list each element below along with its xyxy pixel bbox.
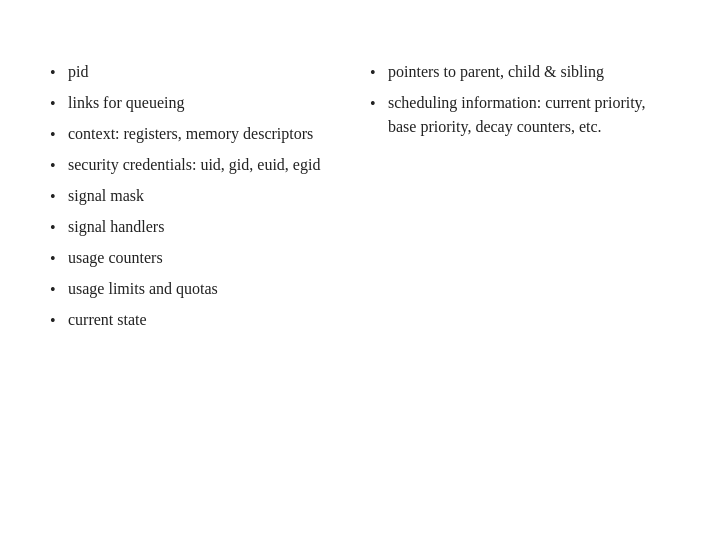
bullet-text: context: registers, memory descriptors <box>68 122 350 146</box>
bullet-dot: • <box>50 123 68 147</box>
bullet-text: usage counters <box>68 246 350 270</box>
left-bullet-item: •signal mask <box>50 184 350 209</box>
bullet-dot: • <box>50 278 68 302</box>
bullet-text: pointers to parent, child & sibling <box>388 60 670 84</box>
left-bullet-item: •pid <box>50 60 350 85</box>
bullet-text: signal handlers <box>68 215 350 239</box>
bullet-text: usage limits and quotas <box>68 277 350 301</box>
left-bullet-item: •signal handlers <box>50 215 350 240</box>
left-column: •pid•links for queueing•context: registe… <box>50 60 350 510</box>
left-bullet-item: •current state <box>50 308 350 333</box>
bullet-dot: • <box>370 61 388 85</box>
left-bullet-item: •usage counters <box>50 246 350 271</box>
bullet-text: links for queueing <box>68 91 350 115</box>
bullet-dot: • <box>50 185 68 209</box>
bullet-text: current state <box>68 308 350 332</box>
bullet-text: pid <box>68 60 350 84</box>
bullet-text: security credentials: uid, gid, euid, eg… <box>68 153 350 177</box>
content-area: •pid•links for queueing•context: registe… <box>50 60 670 510</box>
bullet-dot: • <box>50 92 68 116</box>
bullet-text: scheduling information: current priority… <box>388 91 670 139</box>
left-bullet-item: •security credentials: uid, gid, euid, e… <box>50 153 350 178</box>
bullet-text: signal mask <box>68 184 350 208</box>
right-bullet-item: •pointers to parent, child & sibling <box>370 60 670 85</box>
bullet-dot: • <box>50 309 68 333</box>
left-bullet-item: •links for queueing <box>50 91 350 116</box>
bullet-dot: • <box>50 247 68 271</box>
bullet-dot: • <box>50 216 68 240</box>
bullet-dot: • <box>50 61 68 85</box>
right-bullet-item: •scheduling information: current priorit… <box>370 91 670 139</box>
slide: •pid•links for queueing•context: registe… <box>0 0 720 540</box>
right-column: •pointers to parent, child & sibling•sch… <box>370 60 670 510</box>
left-bullet-item: •usage limits and quotas <box>50 277 350 302</box>
bullet-dot: • <box>50 154 68 178</box>
bullet-dot: • <box>370 92 388 116</box>
left-bullet-item: •context: registers, memory descriptors <box>50 122 350 147</box>
